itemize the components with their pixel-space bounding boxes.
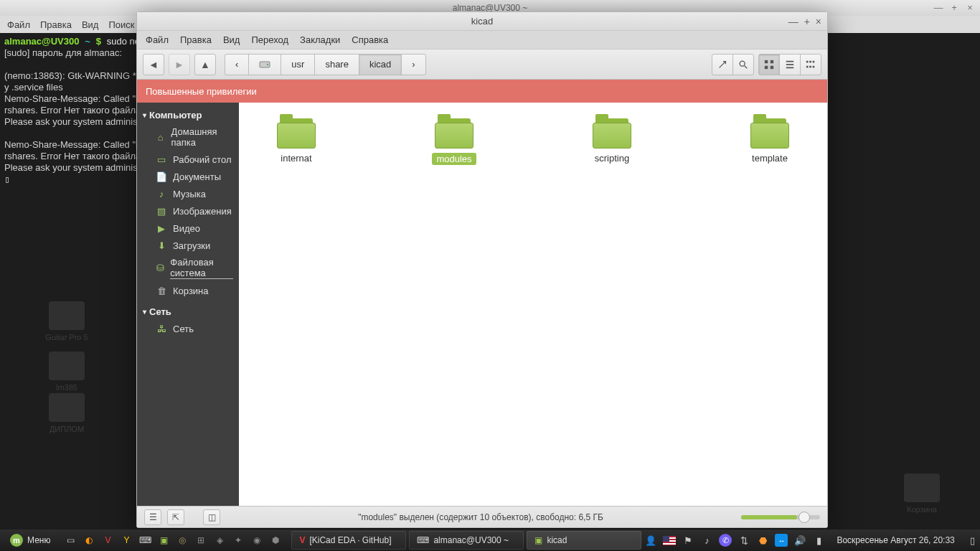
path-prev-button[interactable]: ‹ [225, 54, 249, 75]
ql-show-desktop[interactable]: ▭ [62, 532, 79, 549]
up-button[interactable]: ▲ [194, 54, 216, 75]
ql-app2[interactable]: ⊞ [192, 532, 209, 549]
fm-menu-file[interactable]: Файл [146, 34, 169, 45]
fm-menu-bookmarks[interactable]: Закладки [300, 34, 340, 45]
fm-menubar: Файл Правка Вид Переход Закладки Справка [137, 31, 827, 50]
tray-show-desktop[interactable]: ▯ [966, 534, 979, 547]
folder-icon [593, 117, 631, 149]
fm-maximize-button[interactable]: + [804, 12, 810, 31]
path-next-button[interactable]: › [401, 54, 425, 75]
tray-updates-icon[interactable]: ⚑ [682, 534, 694, 547]
folder-icon [277, 117, 316, 149]
fm-title: kicad [471, 16, 493, 27]
disk-icon: ⛁ [156, 263, 164, 274]
search-button[interactable] [732, 54, 754, 75]
list-view-button[interactable] [779, 54, 801, 75]
ql-app1[interactable]: ◎ [174, 532, 191, 549]
ql-app4[interactable]: ✦ [230, 532, 247, 549]
tray-shield-icon[interactable]: ⬣ [756, 534, 769, 547]
compact-view-button[interactable] [800, 54, 821, 75]
path-seg-usr[interactable]: usr [281, 54, 315, 75]
fm-menu-view[interactable]: Вид [223, 34, 240, 45]
sidebar-item-desktop[interactable]: ▭Рабочий стол [137, 151, 239, 168]
network-icon: 🖧 [156, 323, 167, 334]
sidebar-item-videos[interactable]: ▶Видео [137, 220, 239, 237]
status-text: "modules" выделен (содержит 10 объектов)… [226, 512, 735, 522]
terminal-menu-edit[interactable]: Правка [40, 19, 72, 30]
sidebar-item-downloads[interactable]: ⬇Загрузки [137, 237, 239, 254]
clock[interactable]: Воскресенье Август 26, 20:33 [831, 535, 960, 545]
tray-network-icon[interactable]: ⇅ [738, 534, 750, 547]
content-area[interactable]: internat modules scripting template [239, 103, 827, 506]
svg-rect-7 [771, 65, 773, 68]
fm-minimize-button[interactable]: — [788, 12, 798, 31]
tray-volume-icon[interactable]: 🔊 [793, 534, 806, 547]
folder-internat[interactable]: internat [260, 117, 332, 165]
tray-sound-icon[interactable]: ♪ [700, 534, 713, 547]
terminal-minimize-button[interactable]: — [933, 0, 944, 16]
desktop-icon[interactable]: lm385 [34, 352, 99, 392]
terminal-menu-view[interactable]: Вид [82, 19, 99, 30]
terminal-menu-file[interactable]: Файл [7, 19, 30, 30]
folder-modules[interactable]: modules [418, 117, 490, 165]
ql-vivaldi[interactable]: V [99, 532, 116, 549]
quick-launch: ▭ ◐ V Y ⌨ ▣ ◎ ⊞ ◈ ✦ ◉ ⬢ [62, 532, 284, 549]
tray-teamviewer-icon[interactable]: ↔ [775, 534, 788, 547]
svg-rect-13 [813, 60, 815, 62]
tray-keyboard-layout[interactable] [663, 534, 676, 547]
ql-app6[interactable]: ⬢ [267, 532, 284, 549]
fm-titlebar[interactable]: kicad — + × [137, 12, 827, 31]
fm-menu-help[interactable]: Справка [352, 34, 388, 45]
tray-user-icon[interactable]: 👤 [644, 534, 657, 547]
sidebar-item-music[interactable]: ♪Музыка [137, 185, 239, 202]
ql-terminal[interactable]: ⌨ [136, 532, 154, 549]
desktop-icon[interactable]: ДИПЛОМ [34, 393, 99, 433]
sidebar-item-documents[interactable]: 📄Документы [137, 168, 239, 185]
terminal-menu-search[interactable]: Поиск [108, 19, 134, 30]
sidebar-item-home[interactable]: ⌂Домашняя папка [137, 123, 239, 151]
folder-scripting[interactable]: scripting [576, 117, 648, 165]
terminal-maximize-button[interactable]: + [948, 0, 960, 16]
tray-battery-icon[interactable]: ▮ [812, 534, 825, 547]
terminal-close-button[interactable]: × [964, 0, 976, 16]
fm-menu-edit[interactable]: Правка [180, 34, 212, 45]
task-files[interactable]: ▣kicad [527, 531, 641, 550]
system-tray: 👤 ⚑ ♪ ✆ ⇅ ⬣ ↔ 🔊 ▮ Воскресенье Август 26,… [644, 534, 979, 547]
sidebar-item-pictures[interactable]: ▧Изображения [137, 202, 239, 220]
fm-menu-go[interactable]: Переход [251, 34, 288, 45]
mint-logo-icon: m [10, 534, 23, 547]
sidebar-item-trash[interactable]: 🗑Корзина [137, 282, 239, 299]
sidebar-item-network[interactable]: 🖧Сеть [137, 320, 239, 337]
show-places-button[interactable]: ☰ [144, 509, 161, 525]
sidebar-section-computer[interactable]: ▾Компьютер [137, 107, 239, 123]
pictures-icon: ▧ [156, 205, 167, 217]
back-button[interactable]: ◄ [143, 54, 164, 75]
ql-files[interactable]: ▣ [155, 532, 172, 549]
icon-view-button[interactable] [758, 54, 780, 75]
ql-firefox[interactable]: ◐ [80, 532, 98, 549]
path-root-disk[interactable] [248, 54, 281, 75]
sidebar-section-network[interactable]: ▾Сеть [137, 303, 239, 320]
file-manager-window: kicad — + × Файл Правка Вид Переход Закл… [136, 11, 828, 528]
tray-viber-icon[interactable]: ✆ [719, 534, 732, 547]
path-seg-kicad[interactable]: kicad [359, 54, 402, 75]
ql-app3[interactable]: ◈ [211, 532, 228, 549]
taskbar: m Меню ▭ ◐ V Y ⌨ ▣ ◎ ⊞ ◈ ✦ ◉ ⬢ V[KiCad E… [0, 529, 980, 551]
desktop-icon[interactable]: Guitar Pro 5 [34, 301, 99, 342]
fm-close-button[interactable]: × [816, 12, 821, 31]
forward-button[interactable]: ► [169, 54, 190, 75]
show-tree-button[interactable]: ⇱ [167, 509, 184, 525]
toggle-sidebar-button[interactable]: ◫ [203, 509, 220, 525]
folder-template[interactable]: template [734, 117, 806, 165]
ql-yandex[interactable]: Y [118, 532, 135, 549]
desktop-icon-trash[interactable]: Корзина [890, 474, 954, 514]
task-terminal[interactable]: ⌨almanac@UV300 ~ [409, 531, 524, 550]
ql-app5[interactable]: ◉ [248, 532, 265, 549]
start-menu-button[interactable]: m Меню [4, 531, 56, 550]
path-seg-share[interactable]: share [314, 54, 359, 75]
toggle-location-button[interactable] [712, 54, 733, 75]
task-browser[interactable]: V[KiCad EDA · GitHub] [291, 531, 406, 550]
zoom-slider[interactable] [741, 515, 820, 519]
sidebar-item-filesystem[interactable]: ⛁Файловая система [137, 254, 239, 282]
trash-icon: 🗑 [156, 285, 167, 296]
